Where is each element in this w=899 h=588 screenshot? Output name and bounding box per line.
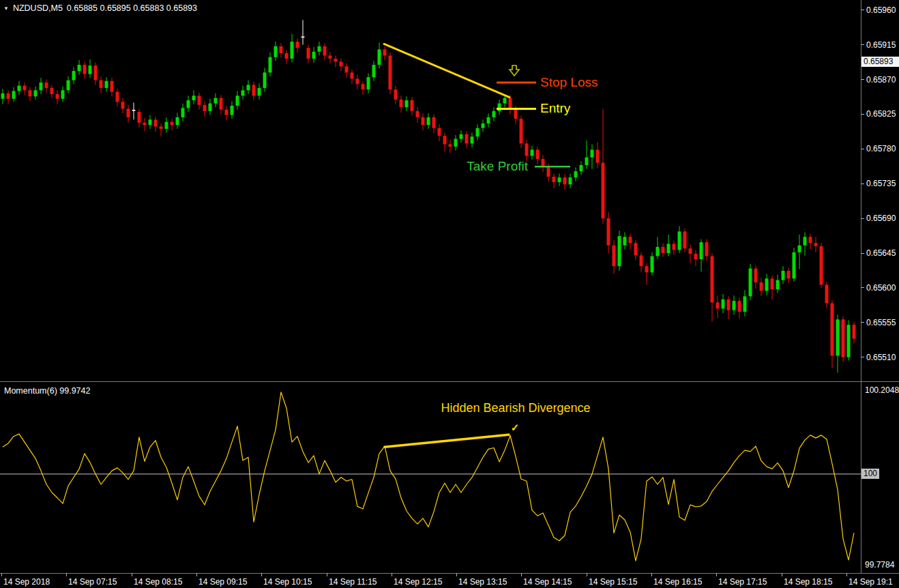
symbol-title: ▼ NZDUSD,M5 0.65885 0.65895 0.65883 0.65… xyxy=(3,3,197,13)
divergence-label: Hidden Bearish Divergence xyxy=(441,401,590,415)
entry-label: Entry xyxy=(540,101,570,116)
time-tick xyxy=(196,573,197,576)
price-tick-label: 0.65780 xyxy=(866,144,896,153)
price-tick xyxy=(861,10,864,10)
bid-price-badge: 0.65893 xyxy=(861,57,899,67)
time-tick xyxy=(132,573,132,576)
price-tick-label: 0.65960 xyxy=(866,5,896,15)
indicator-label: Momentum(6) 99.9742 xyxy=(4,386,90,396)
price-tick xyxy=(861,253,864,254)
price-tick xyxy=(861,183,864,184)
price-tick xyxy=(861,79,864,80)
time-tick xyxy=(521,573,522,576)
momentum-canvas[interactable] xyxy=(0,383,861,573)
symbol-name: NZDUSD,M5 xyxy=(13,3,63,13)
time-tick-label: 14 Sep 17:15 xyxy=(718,577,767,587)
price-tick xyxy=(861,322,864,323)
time-tick xyxy=(456,573,457,576)
price-tick-label: 0.65645 xyxy=(866,248,896,258)
price-tick xyxy=(861,149,864,149)
time-tick xyxy=(846,573,847,576)
time-tick-label: 14 Sep 07:15 xyxy=(68,577,117,587)
time-tick-label: 14 Sep 19:1 xyxy=(849,577,893,587)
price-tick xyxy=(861,287,864,288)
price-tick-label: 0.65600 xyxy=(866,283,896,293)
time-tick xyxy=(716,573,717,576)
price-tick xyxy=(861,357,864,357)
time-tick xyxy=(1,573,2,576)
time-tick-label: 14 Sep 11:15 xyxy=(329,577,377,587)
time-tick-label: 14 Sep 2018 xyxy=(3,577,50,587)
momentum-max-label: 100.2048 xyxy=(865,385,899,395)
momentum-min-label: 99.7784 xyxy=(865,560,894,570)
time-tick-label: 14 Sep 12:15 xyxy=(394,577,442,587)
time-tick xyxy=(392,573,392,576)
time-tick xyxy=(66,573,67,576)
time-tick-label: 14 Sep 10:15 xyxy=(263,577,312,587)
candles xyxy=(1,20,856,372)
checkmark-icon: ✓ xyxy=(511,422,520,434)
sell-arrow-icon xyxy=(510,65,519,76)
price-tick-label: 0.65825 xyxy=(866,109,896,119)
time-tick xyxy=(261,573,262,576)
price-tick xyxy=(861,44,864,45)
time-tick xyxy=(651,573,652,576)
price-tick-label: 0.65735 xyxy=(866,179,896,188)
dropdown-triangle-icon: ▼ xyxy=(3,5,9,12)
price-tick-label: 0.65555 xyxy=(866,318,896,327)
price-tick xyxy=(861,114,864,115)
divergence-trendline[interactable] xyxy=(385,435,509,447)
mt4-chart-window: ▼ NZDUSD,M5 0.65885 0.65895 0.65883 0.65… xyxy=(0,0,899,588)
bearish-trendline[interactable] xyxy=(384,44,510,97)
time-tick-label: 14 Sep 15:15 xyxy=(589,577,637,587)
price-tick-label: 0.65915 xyxy=(866,40,896,50)
price-chart-canvas[interactable] xyxy=(0,0,861,381)
time-tick-label: 14 Sep 18:15 xyxy=(784,577,832,587)
momentum-line xyxy=(3,392,854,561)
price-tick-label: 0.65510 xyxy=(866,353,896,362)
time-tick-label: 14 Sep 13:15 xyxy=(458,577,507,587)
ohlc-values: 0.65885 0.65895 0.65883 0.65893 xyxy=(67,3,197,13)
price-axis-border xyxy=(861,0,861,573)
momentum-level-badge: 100 xyxy=(861,469,879,479)
time-tick-label: 14 Sep 16:15 xyxy=(653,577,702,587)
panel-divider[interactable] xyxy=(0,381,899,382)
time-tick xyxy=(327,573,327,576)
time-tick-label: 14 Sep 08:15 xyxy=(134,577,182,587)
time-tick xyxy=(782,573,782,576)
time-axis-divider xyxy=(0,573,899,574)
take-profit-label: Take Profit xyxy=(467,159,528,174)
price-tick xyxy=(861,218,864,219)
stop-loss-label: Stop Loss xyxy=(540,75,598,90)
time-tick-label: 14 Sep 09:15 xyxy=(198,577,247,587)
price-tick-label: 0.65870 xyxy=(866,75,896,85)
time-tick-label: 14 Sep 14:15 xyxy=(523,577,572,587)
price-tick-label: 0.65690 xyxy=(866,214,896,223)
time-tick xyxy=(587,573,587,576)
